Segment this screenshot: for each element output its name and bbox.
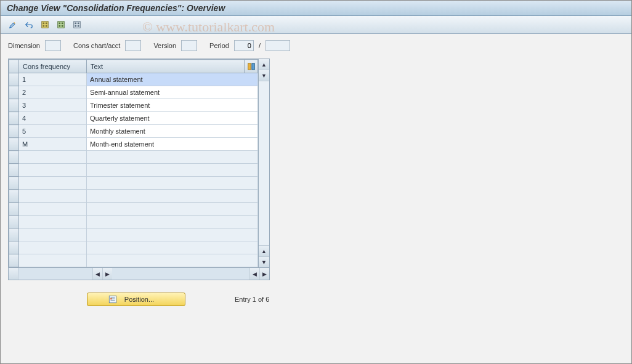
- cell-text[interactable]: [87, 164, 258, 177]
- period-separator: /: [259, 42, 261, 49]
- cell-cons-frequency[interactable]: [19, 177, 87, 190]
- scroll-down2-icon[interactable]: ▼: [259, 256, 269, 267]
- svg-rect-8: [59, 25, 61, 27]
- cell-cons-frequency[interactable]: M: [19, 138, 87, 151]
- cell-text[interactable]: [87, 151, 258, 164]
- cell-text[interactable]: Monthly statement: [87, 125, 258, 138]
- footer: Position... Entry 1 of 6: [87, 293, 631, 306]
- period-input-1[interactable]: [234, 40, 254, 51]
- dimension-input[interactable]: [45, 40, 61, 51]
- row-selector[interactable]: [9, 86, 19, 99]
- svg-rect-0: [42, 22, 49, 28]
- cell-text[interactable]: [87, 229, 258, 241]
- row-selector[interactable]: [9, 203, 19, 216]
- cell-cons-frequency[interactable]: [19, 229, 87, 241]
- cell-cons-frequency[interactable]: [19, 203, 87, 216]
- svg-rect-15: [248, 63, 250, 70]
- table-row[interactable]: [9, 254, 258, 267]
- col-configure-icon[interactable]: [245, 60, 258, 73]
- table-row[interactable]: [9, 190, 258, 203]
- cell-cons-frequency[interactable]: 2: [19, 86, 87, 99]
- table-row[interactable]: [9, 241, 258, 254]
- table-row[interactable]: 3Trimester statement: [9, 99, 258, 112]
- change-display-icon[interactable]: [7, 18, 19, 31]
- page-title: Change View "Consolidation Frequencies":…: [1, 1, 631, 16]
- table-row[interactable]: [9, 216, 258, 229]
- table-row[interactable]: [9, 203, 258, 216]
- version-input[interactable]: [181, 40, 197, 51]
- row-selector[interactable]: [9, 216, 19, 229]
- cell-cons-frequency[interactable]: [19, 190, 87, 203]
- row-selector[interactable]: [9, 125, 19, 138]
- table-row[interactable]: [9, 164, 258, 177]
- table-row[interactable]: 2Semi-annual statement: [9, 86, 258, 99]
- cell-cons-frequency[interactable]: 5: [19, 125, 87, 138]
- cell-text[interactable]: [87, 203, 258, 216]
- period-label: Period: [209, 42, 229, 49]
- period-field: Period /: [209, 40, 290, 51]
- row-selector[interactable]: [9, 164, 19, 177]
- table-row[interactable]: [9, 151, 258, 164]
- cell-cons-frequency[interactable]: 4: [19, 112, 87, 125]
- svg-rect-13: [75, 25, 77, 27]
- row-selector[interactable]: [9, 99, 19, 112]
- row-selector[interactable]: [9, 151, 19, 164]
- scroll-down-icon[interactable]: ▼: [259, 70, 269, 81]
- row-selector[interactable]: [9, 112, 19, 125]
- cell-text[interactable]: [87, 190, 258, 203]
- hscroll-left-icon[interactable]: ◀: [92, 268, 102, 280]
- cell-cons-frequency[interactable]: 3: [19, 99, 87, 112]
- period-input-2[interactable]: [265, 40, 290, 51]
- hscroll-right-icon[interactable]: ▶: [102, 268, 112, 280]
- cell-text[interactable]: [87, 216, 258, 229]
- table-row[interactable]: MMonth-end statement: [9, 138, 258, 151]
- toolbar: [1, 16, 631, 34]
- table-row[interactable]: [9, 177, 258, 190]
- delete-icon[interactable]: [71, 18, 83, 31]
- row-selector[interactable]: [9, 190, 19, 203]
- table-row[interactable]: 4Quarterly statement: [9, 112, 258, 125]
- cell-text[interactable]: Annual statement: [87, 73, 258, 86]
- hscroll-left2-icon[interactable]: ◀: [249, 268, 259, 280]
- cell-text[interactable]: Semi-annual statement: [87, 86, 258, 99]
- table-row[interactable]: [9, 229, 258, 241]
- scroll-up2-icon[interactable]: ▲: [259, 245, 269, 256]
- row-selector[interactable]: [9, 254, 19, 267]
- col-select[interactable]: [9, 60, 19, 73]
- cell-cons-frequency[interactable]: [19, 216, 87, 229]
- select-all-icon[interactable]: [39, 18, 51, 31]
- cell-cons-frequency[interactable]: [19, 254, 87, 267]
- scroll-up-icon[interactable]: ▲: [259, 59, 269, 70]
- cell-text[interactable]: [87, 241, 258, 254]
- svg-rect-1: [43, 23, 45, 25]
- undo-icon[interactable]: [23, 18, 35, 31]
- cell-cons-frequency[interactable]: [19, 151, 87, 164]
- table-row[interactable]: 5Monthly statement: [9, 125, 258, 138]
- deselect-all-icon[interactable]: [55, 18, 67, 31]
- table-row[interactable]: 1Annual statement: [9, 73, 258, 86]
- cell-text[interactable]: [87, 254, 258, 267]
- row-selector[interactable]: [9, 73, 19, 86]
- cons-chart-input[interactable]: [125, 40, 141, 51]
- cell-text[interactable]: Quarterly statement: [87, 112, 258, 125]
- cell-text[interactable]: Trimester statement: [87, 99, 258, 112]
- cell-cons-frequency[interactable]: [19, 164, 87, 177]
- position-button[interactable]: Position...: [87, 293, 185, 306]
- cell-cons-frequency[interactable]: 1: [19, 73, 87, 86]
- svg-rect-11: [75, 23, 77, 25]
- row-selector[interactable]: [9, 177, 19, 190]
- hscroll-lead: [9, 268, 18, 280]
- cell-text[interactable]: Month-end statement: [87, 138, 258, 151]
- horizontal-scrollbar[interactable]: ◀ ▶ ◀ ▶: [9, 267, 269, 280]
- page-title-text: Change View "Consolidation Frequencies":…: [7, 3, 225, 13]
- cell-cons-frequency[interactable]: [19, 241, 87, 254]
- col-text[interactable]: Text: [87, 60, 245, 73]
- vertical-scrollbar[interactable]: ▲ ▼ ▲ ▼: [258, 59, 269, 267]
- scroll-track[interactable]: [259, 81, 269, 245]
- cell-text[interactable]: [87, 177, 258, 190]
- row-selector[interactable]: [9, 229, 19, 241]
- row-selector[interactable]: [9, 138, 19, 151]
- row-selector[interactable]: [9, 241, 19, 254]
- hscroll-right2-icon[interactable]: ▶: [259, 268, 269, 280]
- col-cons-frequency[interactable]: Cons frequency: [19, 60, 87, 73]
